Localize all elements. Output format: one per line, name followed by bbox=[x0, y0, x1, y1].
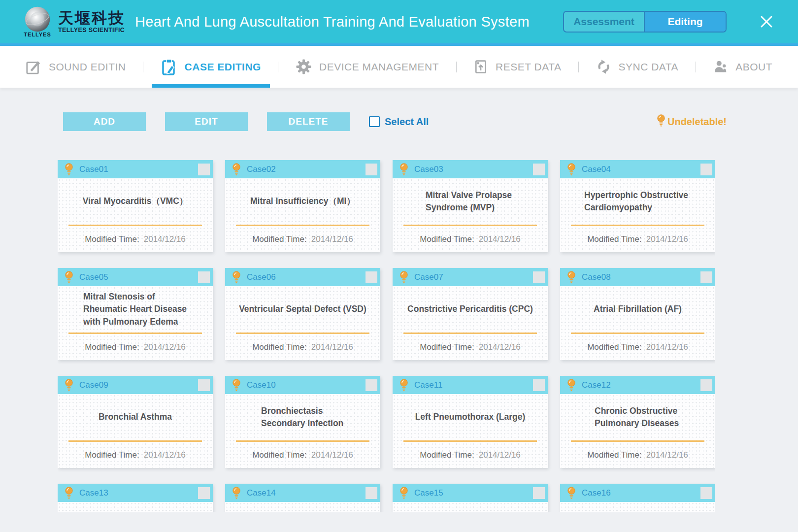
modified-time-label: Modified Time: bbox=[252, 342, 307, 352]
case-checkbox[interactable] bbox=[700, 271, 712, 283]
case-title: Bronchial Asthma bbox=[99, 411, 172, 423]
case-id-label: Case01 bbox=[79, 165, 108, 174]
bulb-icon bbox=[64, 486, 74, 499]
bulb-icon bbox=[656, 114, 666, 130]
case-checkbox[interactable] bbox=[198, 271, 210, 283]
editing-tab-button[interactable]: Editing bbox=[645, 12, 726, 32]
case-card-Case07: Case07 Constrictive Pericarditis (CPC) M… bbox=[393, 268, 548, 360]
select-all-control[interactable]: Select All bbox=[369, 116, 429, 128]
case-card-body bbox=[225, 502, 380, 512]
case-checkbox[interactable] bbox=[700, 164, 712, 175]
case-card-header: Case01 bbox=[58, 160, 213, 178]
brand-name-cn: 天堰科技 bbox=[58, 10, 125, 27]
case-card-Case04: Case04 Hypertrophic Obstructive Cardiomy… bbox=[560, 160, 715, 252]
case-card-header: Case03 bbox=[393, 160, 548, 178]
case-checkbox[interactable] bbox=[533, 379, 545, 391]
bulb-icon bbox=[64, 378, 74, 392]
bulb-icon bbox=[399, 486, 409, 499]
page-title: Heart And Lung Auscultation Training And… bbox=[135, 14, 530, 30]
case-checkbox[interactable] bbox=[533, 164, 545, 175]
pencil-square-icon bbox=[26, 59, 41, 75]
case-checkbox[interactable] bbox=[366, 379, 377, 391]
nav-item-about[interactable]: ABOUT bbox=[713, 46, 772, 88]
modified-time-label: Modified Time: bbox=[420, 342, 474, 352]
modified-time-label: Modified Time: bbox=[252, 234, 307, 244]
modified-time-value: 2014/12/16 bbox=[144, 450, 186, 460]
case-card-Case06: Case06 Ventricular Septal Defect (VSD) M… bbox=[225, 268, 380, 360]
case-card-body: Viral Myocarditis（VMC） Modified Time: 20… bbox=[58, 178, 213, 252]
modified-time-value: 2014/12/16 bbox=[144, 342, 186, 352]
modified-time-label: Modified Time: bbox=[252, 450, 307, 460]
case-card-body: Bronchial Asthma Modified Time: 2014/12/… bbox=[58, 394, 213, 468]
case-card-body: Mitral Insufficiency（MI） Modified Time: … bbox=[225, 178, 380, 252]
case-checkbox[interactable] bbox=[366, 164, 377, 175]
case-card-body: Bronchiectasis Secondary Infection Modif… bbox=[225, 394, 380, 468]
case-id-label: Case07 bbox=[414, 272, 443, 282]
assessment-tab-button[interactable]: Assessment bbox=[564, 12, 645, 32]
case-title: Atrial Fibrillation (AF) bbox=[594, 303, 682, 315]
select-all-checkbox[interactable] bbox=[369, 116, 380, 127]
case-checkbox[interactable] bbox=[198, 164, 210, 175]
bulb-icon bbox=[232, 378, 241, 392]
modified-time-value: 2014/12/16 bbox=[479, 342, 521, 352]
case-checkbox[interactable] bbox=[533, 487, 545, 499]
case-card-body: Atrial Fibrillation (AF) Modified Time: … bbox=[560, 286, 715, 360]
bulb-icon bbox=[399, 378, 409, 392]
case-card-header: Case13 bbox=[58, 484, 213, 502]
case-checkbox[interactable] bbox=[198, 487, 210, 499]
case-checkbox[interactable] bbox=[700, 379, 712, 391]
nav-item-case-editing[interactable]: CASE EDITING bbox=[161, 46, 261, 88]
case-checkbox[interactable] bbox=[198, 379, 210, 391]
modified-time-value: 2014/12/16 bbox=[479, 450, 521, 460]
case-title: Hypertrophic Obstructive Cardiomyopathy bbox=[584, 189, 691, 214]
device-arrow-icon bbox=[473, 60, 488, 74]
case-card-Case09: Case09 Bronchial Asthma Modified Time: 2… bbox=[58, 376, 213, 468]
globe-logo-icon bbox=[24, 6, 51, 33]
delete-button[interactable]: DELETE bbox=[267, 112, 350, 131]
case-checkbox[interactable] bbox=[366, 487, 377, 499]
nav-item-sync-data[interactable]: SYNC DATA bbox=[596, 46, 679, 88]
edit-button[interactable]: EDIT bbox=[165, 112, 248, 131]
case-card-header: Case05 bbox=[58, 268, 213, 286]
bulb-icon bbox=[566, 486, 576, 499]
case-card-header: Case10 bbox=[225, 376, 380, 394]
case-card-body: Left Pneumothorax (Large) Modified Time:… bbox=[393, 394, 548, 468]
person-icon bbox=[713, 59, 728, 74]
app-header: TELLYES 天堰科技 TELLYES SCIENTIFIC Heart An… bbox=[0, 0, 798, 46]
case-id-label: Case16 bbox=[582, 488, 611, 498]
bulb-icon bbox=[566, 270, 576, 284]
add-button[interactable]: ADD bbox=[63, 112, 146, 131]
case-title: Mitral Insufficiency（MI） bbox=[250, 195, 355, 207]
modified-time-label: Modified Time: bbox=[85, 234, 139, 244]
case-card-header: Case12 bbox=[560, 376, 715, 394]
case-title: Bronchiectasis Secondary Infection bbox=[261, 405, 344, 430]
case-id-label: Case09 bbox=[79, 380, 108, 390]
case-card-Case15: Case15 bbox=[393, 484, 548, 512]
case-id-label: Case13 bbox=[79, 488, 108, 498]
modified-time-label: Modified Time: bbox=[587, 450, 642, 460]
case-card-header: Case02 bbox=[225, 160, 380, 178]
nav-item-device-management[interactable]: DEVICE MANAGEMENT bbox=[296, 46, 439, 88]
nav-item-sound-editing[interactable]: SOUND EDITIN bbox=[26, 46, 126, 88]
cards-viewport: Case01 Viral Myocarditis（VMC） Modified T… bbox=[58, 160, 715, 512]
case-checkbox[interactable] bbox=[700, 487, 712, 499]
case-card-Case03: Case03 Mitral Valve Prolapse Syndrome (M… bbox=[393, 160, 548, 252]
bulb-icon bbox=[232, 270, 241, 284]
case-card-body: Mitral Stenosis of Rheumatic Heart Disea… bbox=[58, 286, 213, 360]
undeletable-hint: Undeletable! bbox=[656, 114, 727, 130]
modified-time-value: 2014/12/16 bbox=[646, 234, 688, 244]
case-card-body: Chronic Obstructive Pulmonary Diseases M… bbox=[560, 394, 715, 468]
case-card-header: Case06 bbox=[225, 268, 380, 286]
bulb-icon bbox=[232, 163, 241, 176]
brand-name-en: TELLYES SCIENTIFIC bbox=[58, 27, 125, 33]
nav-item-reset-data[interactable]: RESET DATA bbox=[473, 46, 561, 88]
close-button[interactable] bbox=[757, 12, 776, 31]
modified-time-label: Modified Time: bbox=[587, 342, 642, 352]
case-id-label: Case03 bbox=[414, 165, 443, 174]
case-checkbox[interactable] bbox=[366, 271, 377, 283]
nav-separator bbox=[578, 62, 579, 72]
case-title: Chronic Obstructive Pulmonary Diseases bbox=[595, 405, 681, 430]
modified-time-value: 2014/12/16 bbox=[311, 234, 353, 244]
case-checkbox[interactable] bbox=[533, 271, 545, 283]
case-card-Case08: Case08 Atrial Fibrillation (AF) Modified… bbox=[560, 268, 715, 360]
